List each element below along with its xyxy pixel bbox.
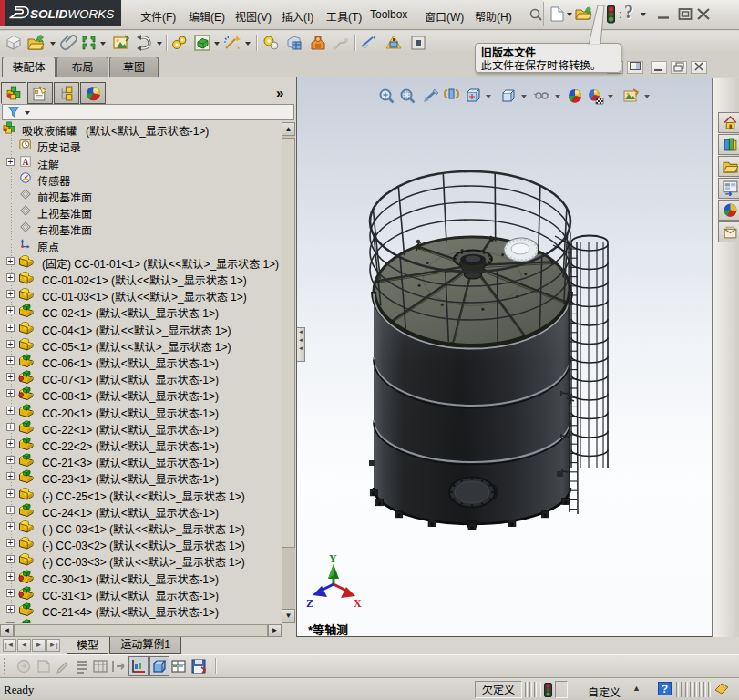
svg-text:Z: Z bbox=[306, 597, 313, 610]
svg-text:A: A bbox=[23, 156, 29, 166]
svg-text:X: X bbox=[354, 597, 362, 610]
svg-text:Y: Y bbox=[329, 552, 337, 565]
